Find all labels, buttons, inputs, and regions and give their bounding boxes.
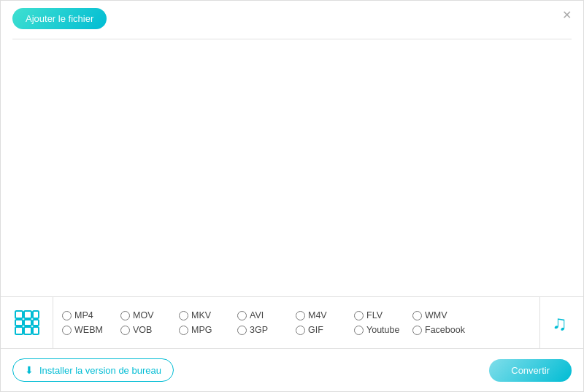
install-label: Installer la version de bureau [39,365,161,376]
format-option-gif[interactable]: GIF [296,325,354,335]
install-button[interactable]: ⬇ Installer la version de bureau [12,358,174,382]
format-option-3gp[interactable]: 3GP [237,325,296,335]
format-bar: MP4MOVMKVAVIM4VFLVWMV WEBMVOBMPG3GPGIFYo… [1,296,583,349]
label-youtube: Youtube [366,325,399,335]
format-option-mov[interactable]: MOV [120,310,179,320]
label-mpg: MPG [191,325,212,335]
label-webm: WEBM [74,325,103,335]
radio-avi[interactable] [237,311,247,320]
music-icon: ♫ [550,311,574,334]
label-facebook: Facebook [425,325,465,335]
svg-rect-7 [24,327,31,334]
svg-rect-4 [24,320,31,326]
radio-webm[interactable] [62,326,72,335]
radio-mkv[interactable] [179,311,188,320]
format-option-mp4[interactable]: MP4 [62,310,120,320]
svg-rect-8 [33,327,39,334]
label-flv: FLV [366,310,383,320]
download-icon: ⬇ [25,364,34,376]
radio-facebook[interactable] [412,326,422,335]
radio-youtube[interactable] [354,326,364,335]
svg-rect-0 [15,311,23,318]
video-icon-container[interactable] [1,296,53,349]
radio-flv[interactable] [354,311,364,320]
svg-rect-1 [24,311,31,318]
format-option-webm[interactable]: WEBM [62,325,120,335]
format-option-avi[interactable]: AVI [237,310,296,320]
radio-mp4[interactable] [62,311,72,320]
top-bar: Ajouter le fichier [12,8,554,29]
radio-3gp[interactable] [237,326,247,335]
svg-text:♫: ♫ [552,312,567,334]
format-options: MP4MOVMKVAVIM4VFLVWMV WEBMVOBMPG3GPGIFYo… [53,304,539,341]
radio-gif[interactable] [296,326,305,335]
format-option-facebook[interactable]: Facebook [412,325,471,335]
label-mov: MOV [133,310,153,320]
drop-zone [1,39,583,296]
close-button[interactable]: ✕ [560,8,573,21]
svg-rect-5 [33,320,39,326]
convert-button[interactable]: Convertir [489,359,572,382]
label-mp4: MP4 [74,310,93,320]
svg-rect-3 [15,320,23,326]
radio-mov[interactable] [120,311,130,320]
add-file-button[interactable]: Ajouter le fichier [12,8,107,29]
close-icon: ✕ [562,8,572,22]
radio-vob[interactable] [120,326,130,335]
format-option-mkv[interactable]: MKV [179,310,237,320]
format-row-2: WEBMVOBMPG3GPGIFYoutubeFacebook [62,325,531,335]
radio-wmv[interactable] [412,311,422,320]
format-option-m4v[interactable]: M4V [296,310,354,320]
label-wmv: WMV [425,310,447,320]
radio-m4v[interactable] [296,311,305,320]
svg-rect-6 [15,327,23,334]
format-option-mpg[interactable]: MPG [179,325,237,335]
label-3gp: 3GP [250,325,268,335]
audio-icon-container[interactable]: ♫ [539,296,583,349]
label-vob: VOB [133,325,152,335]
svg-rect-2 [33,311,39,318]
label-gif: GIF [308,325,323,335]
video-grid-icon [14,310,40,336]
label-avi: AVI [250,310,264,320]
format-option-flv[interactable]: FLV [354,310,412,320]
format-row-1: MP4MOVMKVAVIM4VFLVWMV [62,310,531,320]
format-option-wmv[interactable]: WMV [412,310,471,320]
format-option-vob[interactable]: VOB [120,325,179,335]
radio-mpg[interactable] [179,326,188,335]
format-option-youtube[interactable]: Youtube [354,325,412,335]
label-mkv: MKV [191,310,211,320]
label-m4v: M4V [308,310,327,320]
bottom-bar: ⬇ Installer la version de bureau Convert… [1,349,583,391]
